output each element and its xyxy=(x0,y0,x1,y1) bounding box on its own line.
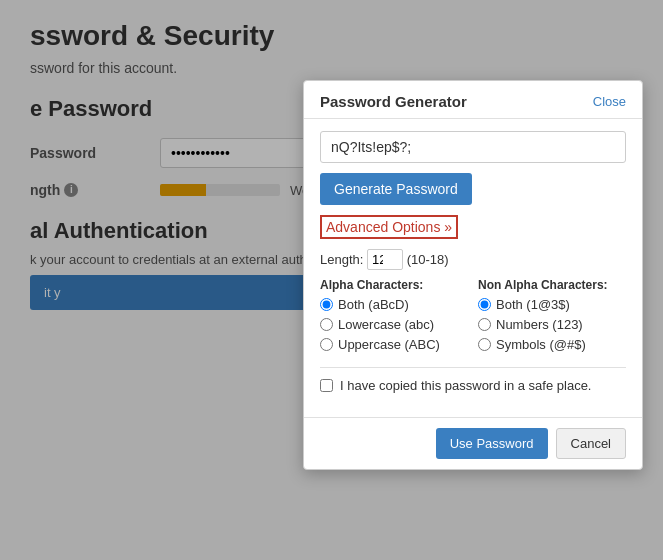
alpha-both-label: Both (aBcD) xyxy=(338,297,409,312)
non-alpha-symbols-label: Symbols (@#$) xyxy=(496,337,586,352)
password-generator-modal: Password Generator Close Generate Passwo… xyxy=(303,80,643,470)
modal-header: Password Generator Close xyxy=(304,81,642,119)
alpha-upper-option[interactable]: Uppercase (ABC) xyxy=(320,337,468,352)
advanced-options-link[interactable]: Advanced Options » xyxy=(320,215,458,239)
non-alpha-both-option[interactable]: Both (1@3$) xyxy=(478,297,626,312)
modal-footer: Use Password Cancel xyxy=(304,417,642,469)
modal-title: Password Generator xyxy=(320,93,467,110)
safe-place-row[interactable]: I have copied this password in a safe pl… xyxy=(320,367,626,393)
non-alpha-both-radio[interactable] xyxy=(478,298,491,311)
alpha-lower-radio[interactable] xyxy=(320,318,333,331)
non-alpha-chars-column: Non Alpha Characters: Both (1@3$) Number… xyxy=(478,278,626,357)
use-password-button[interactable]: Use Password xyxy=(436,428,548,459)
cancel-button[interactable]: Cancel xyxy=(556,428,626,459)
non-alpha-symbols-option[interactable]: Symbols (@#$) xyxy=(478,337,626,352)
alpha-chars-column: Alpha Characters: Both (aBcD) Lowercase … xyxy=(320,278,468,357)
non-alpha-numbers-label: Numbers (123) xyxy=(496,317,583,332)
alpha-upper-radio[interactable] xyxy=(320,338,333,351)
non-alpha-symbols-radio[interactable] xyxy=(478,338,491,351)
safe-place-label: I have copied this password in a safe pl… xyxy=(340,378,591,393)
generated-password-field[interactable] xyxy=(320,131,626,163)
modal-close-button[interactable]: Close xyxy=(593,94,626,109)
alpha-lower-label: Lowercase (abc) xyxy=(338,317,434,332)
non-alpha-numbers-radio[interactable] xyxy=(478,318,491,331)
alpha-lower-option[interactable]: Lowercase (abc) xyxy=(320,317,468,332)
options-grid: Alpha Characters: Both (aBcD) Lowercase … xyxy=(320,278,626,357)
generate-password-button[interactable]: Generate Password xyxy=(320,173,472,205)
non-alpha-both-label: Both (1@3$) xyxy=(496,297,570,312)
safe-place-checkbox[interactable] xyxy=(320,379,333,392)
length-label: Length: xyxy=(320,252,363,267)
alpha-both-radio[interactable] xyxy=(320,298,333,311)
length-row: Length: (10-18) xyxy=(320,249,626,270)
modal-body: Generate Password Advanced Options » Len… xyxy=(304,119,642,417)
modal-overlay: Password Generator Close Generate Passwo… xyxy=(0,0,663,560)
alpha-upper-label: Uppercase (ABC) xyxy=(338,337,440,352)
alpha-chars-label: Alpha Characters: xyxy=(320,278,468,292)
length-input[interactable] xyxy=(367,249,403,270)
non-alpha-chars-label: Non Alpha Characters: xyxy=(478,278,626,292)
alpha-both-option[interactable]: Both (aBcD) xyxy=(320,297,468,312)
non-alpha-numbers-option[interactable]: Numbers (123) xyxy=(478,317,626,332)
length-range: (10-18) xyxy=(407,252,449,267)
